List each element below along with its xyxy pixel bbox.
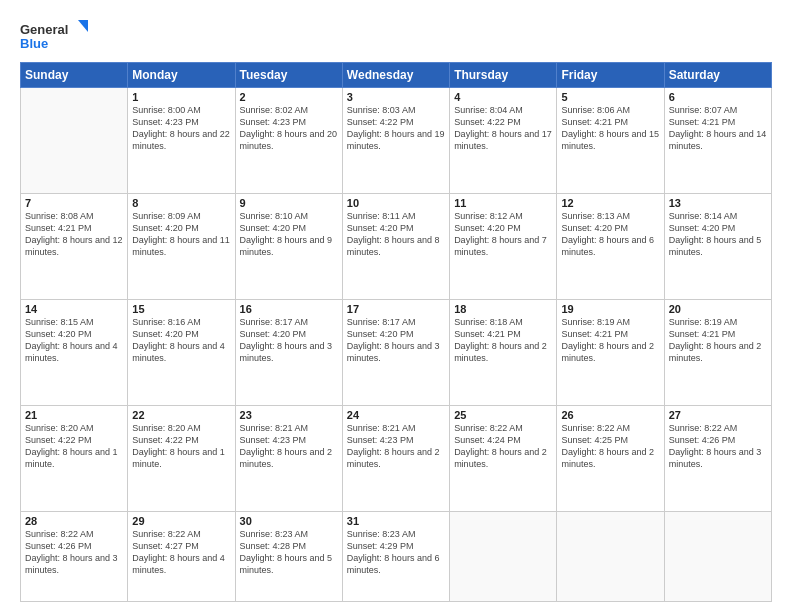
sunrise-text: Sunrise: 8:22 AM — [561, 422, 659, 434]
calendar-weekday-sunday: Sunday — [21, 63, 128, 88]
daylight-text: Daylight: 8 hours and 11 minutes. — [132, 234, 230, 258]
calendar-cell: 23 Sunrise: 8:21 AM Sunset: 4:23 PM Dayl… — [235, 405, 342, 511]
sunset-text: Sunset: 4:26 PM — [25, 540, 123, 552]
daylight-text: Daylight: 8 hours and 4 minutes. — [132, 552, 230, 576]
calendar-cell: 21 Sunrise: 8:20 AM Sunset: 4:22 PM Dayl… — [21, 405, 128, 511]
daylight-text: Daylight: 8 hours and 12 minutes. — [25, 234, 123, 258]
svg-text:General: General — [20, 22, 68, 37]
day-number: 2 — [240, 91, 338, 103]
calendar-cell: 3 Sunrise: 8:03 AM Sunset: 4:22 PM Dayli… — [342, 88, 449, 194]
day-detail: Sunrise: 8:12 AM Sunset: 4:20 PM Dayligh… — [454, 210, 552, 259]
calendar-cell: 17 Sunrise: 8:17 AM Sunset: 4:20 PM Dayl… — [342, 299, 449, 405]
calendar-weekday-monday: Monday — [128, 63, 235, 88]
calendar-cell: 25 Sunrise: 8:22 AM Sunset: 4:24 PM Dayl… — [450, 405, 557, 511]
calendar-cell: 14 Sunrise: 8:15 AM Sunset: 4:20 PM Dayl… — [21, 299, 128, 405]
calendar-week-row: 1 Sunrise: 8:00 AM Sunset: 4:23 PM Dayli… — [21, 88, 772, 194]
day-detail: Sunrise: 8:15 AM Sunset: 4:20 PM Dayligh… — [25, 316, 123, 365]
day-detail: Sunrise: 8:00 AM Sunset: 4:23 PM Dayligh… — [132, 104, 230, 153]
day-number: 28 — [25, 515, 123, 527]
sunrise-text: Sunrise: 8:21 AM — [240, 422, 338, 434]
day-number: 1 — [132, 91, 230, 103]
sunrise-text: Sunrise: 8:19 AM — [561, 316, 659, 328]
calendar-cell: 16 Sunrise: 8:17 AM Sunset: 4:20 PM Dayl… — [235, 299, 342, 405]
daylight-text: Daylight: 8 hours and 5 minutes. — [240, 552, 338, 576]
sunset-text: Sunset: 4:22 PM — [347, 116, 445, 128]
sunrise-text: Sunrise: 8:10 AM — [240, 210, 338, 222]
calendar-cell — [21, 88, 128, 194]
sunset-text: Sunset: 4:21 PM — [454, 328, 552, 340]
header: General Blue — [20, 18, 772, 54]
daylight-text: Daylight: 8 hours and 2 minutes. — [561, 446, 659, 470]
sunset-text: Sunset: 4:23 PM — [347, 434, 445, 446]
logo-svg: General Blue — [20, 18, 90, 54]
daylight-text: Daylight: 8 hours and 3 minutes. — [669, 446, 767, 470]
sunrise-text: Sunrise: 8:20 AM — [132, 422, 230, 434]
day-number: 26 — [561, 409, 659, 421]
sunrise-text: Sunrise: 8:06 AM — [561, 104, 659, 116]
calendar-weekday-friday: Friday — [557, 63, 664, 88]
calendar-cell: 8 Sunrise: 8:09 AM Sunset: 4:20 PM Dayli… — [128, 193, 235, 299]
day-detail: Sunrise: 8:09 AM Sunset: 4:20 PM Dayligh… — [132, 210, 230, 259]
sunrise-text: Sunrise: 8:00 AM — [132, 104, 230, 116]
sunset-text: Sunset: 4:21 PM — [669, 116, 767, 128]
day-detail: Sunrise: 8:13 AM Sunset: 4:20 PM Dayligh… — [561, 210, 659, 259]
day-number: 14 — [25, 303, 123, 315]
sunrise-text: Sunrise: 8:13 AM — [561, 210, 659, 222]
calendar-cell: 29 Sunrise: 8:22 AM Sunset: 4:27 PM Dayl… — [128, 511, 235, 601]
calendar-cell: 12 Sunrise: 8:13 AM Sunset: 4:20 PM Dayl… — [557, 193, 664, 299]
sunset-text: Sunset: 4:20 PM — [25, 328, 123, 340]
sunrise-text: Sunrise: 8:19 AM — [669, 316, 767, 328]
day-detail: Sunrise: 8:04 AM Sunset: 4:22 PM Dayligh… — [454, 104, 552, 153]
daylight-text: Daylight: 8 hours and 22 minutes. — [132, 128, 230, 152]
day-detail: Sunrise: 8:20 AM Sunset: 4:22 PM Dayligh… — [25, 422, 123, 471]
calendar-cell: 28 Sunrise: 8:22 AM Sunset: 4:26 PM Dayl… — [21, 511, 128, 601]
calendar-cell: 1 Sunrise: 8:00 AM Sunset: 4:23 PM Dayli… — [128, 88, 235, 194]
sunset-text: Sunset: 4:20 PM — [132, 222, 230, 234]
day-detail: Sunrise: 8:23 AM Sunset: 4:28 PM Dayligh… — [240, 528, 338, 577]
day-number: 4 — [454, 91, 552, 103]
daylight-text: Daylight: 8 hours and 2 minutes. — [240, 446, 338, 470]
svg-text:Blue: Blue — [20, 36, 48, 51]
daylight-text: Daylight: 8 hours and 1 minute. — [25, 446, 123, 470]
sunrise-text: Sunrise: 8:17 AM — [347, 316, 445, 328]
sunrise-text: Sunrise: 8:08 AM — [25, 210, 123, 222]
sunset-text: Sunset: 4:29 PM — [347, 540, 445, 552]
sunset-text: Sunset: 4:20 PM — [240, 222, 338, 234]
sunrise-text: Sunrise: 8:22 AM — [132, 528, 230, 540]
day-detail: Sunrise: 8:19 AM Sunset: 4:21 PM Dayligh… — [669, 316, 767, 365]
calendar-weekday-tuesday: Tuesday — [235, 63, 342, 88]
daylight-text: Daylight: 8 hours and 3 minutes. — [240, 340, 338, 364]
daylight-text: Daylight: 8 hours and 6 minutes. — [347, 552, 445, 576]
day-detail: Sunrise: 8:08 AM Sunset: 4:21 PM Dayligh… — [25, 210, 123, 259]
sunset-text: Sunset: 4:20 PM — [240, 328, 338, 340]
day-detail: Sunrise: 8:17 AM Sunset: 4:20 PM Dayligh… — [240, 316, 338, 365]
calendar-cell: 9 Sunrise: 8:10 AM Sunset: 4:20 PM Dayli… — [235, 193, 342, 299]
day-number: 20 — [669, 303, 767, 315]
daylight-text: Daylight: 8 hours and 3 minutes. — [347, 340, 445, 364]
calendar-week-row: 14 Sunrise: 8:15 AM Sunset: 4:20 PM Dayl… — [21, 299, 772, 405]
daylight-text: Daylight: 8 hours and 1 minute. — [132, 446, 230, 470]
sunrise-text: Sunrise: 8:02 AM — [240, 104, 338, 116]
daylight-text: Daylight: 8 hours and 20 minutes. — [240, 128, 338, 152]
calendar-cell: 5 Sunrise: 8:06 AM Sunset: 4:21 PM Dayli… — [557, 88, 664, 194]
sunset-text: Sunset: 4:22 PM — [132, 434, 230, 446]
sunset-text: Sunset: 4:27 PM — [132, 540, 230, 552]
sunrise-text: Sunrise: 8:23 AM — [240, 528, 338, 540]
day-detail: Sunrise: 8:22 AM Sunset: 4:26 PM Dayligh… — [25, 528, 123, 577]
daylight-text: Daylight: 8 hours and 6 minutes. — [561, 234, 659, 258]
day-number: 8 — [132, 197, 230, 209]
sunrise-text: Sunrise: 8:22 AM — [25, 528, 123, 540]
sunrise-text: Sunrise: 8:04 AM — [454, 104, 552, 116]
calendar-cell: 11 Sunrise: 8:12 AM Sunset: 4:20 PM Dayl… — [450, 193, 557, 299]
day-number: 3 — [347, 91, 445, 103]
daylight-text: Daylight: 8 hours and 9 minutes. — [240, 234, 338, 258]
calendar-cell: 15 Sunrise: 8:16 AM Sunset: 4:20 PM Dayl… — [128, 299, 235, 405]
sunset-text: Sunset: 4:22 PM — [25, 434, 123, 446]
sunrise-text: Sunrise: 8:07 AM — [669, 104, 767, 116]
daylight-text: Daylight: 8 hours and 2 minutes. — [454, 446, 552, 470]
sunrise-text: Sunrise: 8:16 AM — [132, 316, 230, 328]
daylight-text: Daylight: 8 hours and 14 minutes. — [669, 128, 767, 152]
sunrise-text: Sunrise: 8:09 AM — [132, 210, 230, 222]
day-number: 13 — [669, 197, 767, 209]
sunset-text: Sunset: 4:20 PM — [132, 328, 230, 340]
